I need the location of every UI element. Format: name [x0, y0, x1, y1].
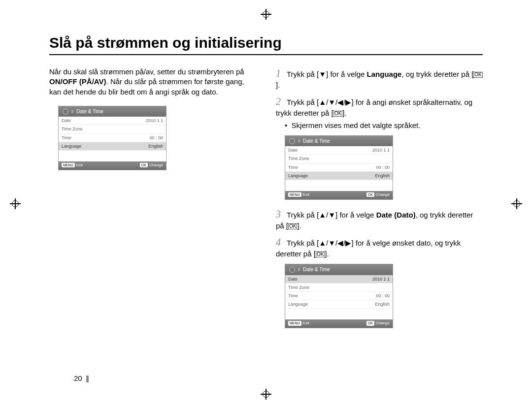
menu-date-label: Date [288, 147, 298, 153]
step-2-bullet: • Skjermen vises med det valgte språket. [285, 121, 483, 130]
step-3: 3 Trykk på [▲/▼] for å velge Date (Dato)… [276, 208, 483, 231]
ok-pill-icon: OK [366, 192, 374, 197]
step3-strong: Date (Dato) [376, 211, 416, 219]
menu-spacer [285, 180, 393, 191]
step-1: 1 Trykk på [▼] for å velge Language, og … [276, 67, 483, 90]
menu-change-label: Change [149, 163, 163, 167]
down-arrow-icon: ▼ [319, 70, 326, 78]
menu-header-title: Date & Time [76, 108, 103, 115]
menu-change-label: Change [376, 192, 390, 197]
step1-text-a: Trykk på [ [287, 70, 319, 78]
intro-text-a: Når du skal slå strømmen på/av, setter d… [49, 67, 244, 76]
menu-lang-value: English [375, 301, 390, 307]
menu-row-tz: Time Zone [285, 283, 393, 292]
menu-pill-icon: MENU [62, 163, 75, 167]
page-content: Slå på strømmen og initialisering Når du… [49, 34, 483, 336]
menu-row-tz: Time Zone [285, 155, 393, 163]
menu-time-value: 00 : 00 [376, 293, 390, 299]
registration-mark-left [10, 198, 21, 209]
menu-lang-label: Language [288, 173, 308, 179]
step-4: 4 Trykk på [▲/▼/◀/▶] for å velge ønsket … [276, 236, 483, 259]
menu-lang-value: English [148, 143, 163, 149]
ok-icon: OK [316, 251, 325, 257]
gear-number: 2 [298, 267, 300, 272]
step1-text-c: , og trykk deretter på [ [401, 70, 473, 78]
menu-screenshot-language: 2 Date & Time Date 2010 1 1 Time Zone Ti… [58, 106, 166, 170]
gear-icon [63, 109, 68, 115]
page-number-value: 20 [74, 374, 82, 382]
menu-spacer [285, 309, 393, 319]
menu-screenshot-language-2: 2 Date & Time Date 2010 1 1 Time Zone Ti… [285, 135, 393, 200]
menu-pill-icon: MENU [288, 321, 301, 325]
menu-row-time: Time 00 : 00 [285, 292, 393, 300]
menu-row-date: Date 2010 1 1 [59, 117, 166, 125]
menu-date-label: Date [62, 118, 71, 124]
menu-time-value: 00 : 00 [149, 135, 163, 141]
right-column: 1 Trykk på [▼] for å velge Language, og … [276, 67, 483, 336]
ok-icon: OK [333, 111, 342, 117]
gear-number: 2 [298, 139, 300, 143]
menu-footer-change: OKChange [366, 321, 390, 326]
step1-text-d: ]. [276, 81, 280, 89]
menu-time-label: Time [288, 293, 298, 299]
menu-date-label: Date [288, 276, 298, 282]
arrow-keys-icon: ▲/▼/◀/▶ [319, 98, 351, 106]
menu-row-time: Time 00 : 00 [59, 134, 166, 142]
gear-icon [289, 138, 295, 144]
menu-tz-label: Time Zone [288, 156, 309, 161]
menu-header: 2 Date & Time [285, 264, 393, 275]
menu-tz-label: Time Zone [288, 284, 309, 290]
menu-date-value: 2010 1 1 [372, 147, 390, 153]
step2-text-c: ]. [342, 109, 346, 117]
step-number-2: 2 [276, 95, 283, 108]
step3-text-b: ] for å velge [335, 211, 376, 219]
menu-lang-label: Language [288, 301, 308, 307]
menu-row-language: Language English [285, 172, 393, 180]
menu-row-time: Time 00 : 00 [285, 163, 393, 172]
menu-tz-label: Time Zone [62, 126, 83, 132]
ok-pill-icon: OK [366, 321, 374, 325]
ok-icon: OK [473, 72, 482, 78]
menu-exit-label: Exit [303, 192, 309, 197]
ok-icon: OK [288, 223, 297, 229]
menu-lang-label: Language [62, 143, 81, 149]
menu-lang-value: English [375, 173, 390, 179]
registration-mark-bottom [261, 389, 271, 400]
ok-pill-icon: OK [140, 163, 148, 167]
registration-mark-right [511, 198, 522, 209]
menu-pill-icon: MENU [288, 192, 301, 197]
step1-text-b: ] for å velge [326, 70, 367, 78]
menu-row-language: Language English [285, 300, 393, 309]
menu-date-value: 2010 1 1 [372, 276, 390, 282]
step-number-1: 1 [276, 67, 283, 80]
menu-header-title: Date & Time [303, 266, 330, 273]
menu-footer-change: OKChange [140, 163, 163, 168]
step4-text-a: Trykk på [ [287, 239, 319, 247]
menu-footer-exit: MENUExit [62, 163, 83, 168]
gear-number: 2 [71, 109, 73, 114]
step3-text-a: Trykk på [ [287, 211, 319, 219]
step-2: 2 Trykk på [▲/▼/◀/▶] for å angi ønsket s… [276, 95, 483, 118]
left-column: Når du skal slå strømmen på/av, setter d… [49, 67, 256, 336]
menu-time-label: Time [288, 164, 298, 170]
page-title: Slå på strømmen og initialisering [49, 34, 483, 55]
registration-mark-top [261, 9, 271, 20]
menu-footer: MENUExit OKChange [285, 191, 393, 199]
gear-icon [289, 267, 295, 273]
menu-footer-change: OKChange [366, 192, 390, 198]
menu-row-date: Date 2010 1 1 [285, 275, 393, 283]
step2-text-a: Trykk på [ [287, 98, 319, 106]
step2-bullet-text: Skjermen vises med det valgte språket. [292, 121, 421, 129]
menu-row-date: Date 2010 1 1 [285, 146, 393, 155]
menu-time-value: 00 : 00 [376, 164, 390, 170]
arrow-keys-icon: ▲/▼/◀/▶ [319, 239, 351, 247]
step3-text-d: ]. [297, 221, 301, 230]
menu-footer-exit: MENUExit [288, 192, 309, 198]
menu-row-tz: Time Zone [59, 125, 166, 133]
updown-arrow-icon: ▲/▼ [319, 211, 335, 219]
menu-footer-exit: MENUExit [288, 321, 309, 326]
menu-date-value: 2010 1 1 [146, 118, 163, 124]
menu-screenshot-date: 2 Date & Time Date 2010 1 1 Time Zone Ti… [285, 264, 393, 328]
menu-footer: MENUExit OKChange [285, 319, 393, 328]
menu-exit-label: Exit [303, 321, 309, 325]
